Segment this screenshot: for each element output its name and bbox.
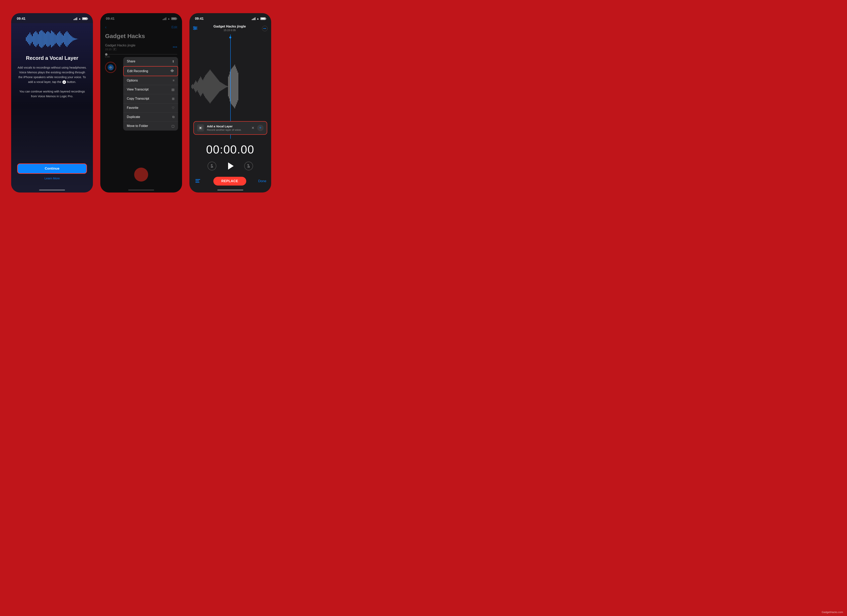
status-icons-3: ▲ (252, 17, 266, 20)
toast-close-button[interactable]: ✕ (251, 126, 254, 130)
toast-text-content: Add a Vocal Layer Record another layer o… (207, 125, 249, 131)
track-title-container: Gadget Hacks jingle 15:15 0:35 (213, 24, 246, 33)
phone1-content: Record a Vocal Layer Add vocals to recor… (11, 23, 93, 188)
recording-timer: 00:00.00 (189, 139, 271, 158)
signal-icon-1 (74, 17, 77, 20)
svg-rect-23 (195, 182, 199, 183)
svg-rect-8 (170, 70, 171, 71)
skip-back-button[interactable]: ↺15 (208, 162, 216, 170)
phone1-bottom-actions: Continue Learn More (11, 164, 93, 188)
context-share[interactable]: Share ⬆ (123, 57, 178, 66)
svg-rect-10 (172, 69, 173, 72)
svg-point-16 (193, 26, 195, 28)
home-indicator-3 (217, 190, 243, 190)
replace-button-label: REPLACE (221, 179, 238, 183)
battery-icon-3 (260, 17, 266, 20)
phone3-playback-controls: ↺15 ↻15 (189, 158, 271, 175)
phone-1: 09:41 ▲ (11, 13, 93, 193)
phone1-description2: You can continue working with layered re… (11, 89, 93, 99)
svg-point-18 (194, 29, 195, 30)
continue-button[interactable]: Continue (17, 164, 87, 174)
playhead-dot (229, 37, 231, 38)
signal-icon-3 (252, 17, 255, 20)
phone-3: 09:41 ▲ (189, 13, 271, 193)
track-title: Gadget Hacks jingle (213, 24, 246, 29)
track-times: 15:15 0:35 (213, 29, 246, 32)
transcript-small-button[interactable] (194, 178, 201, 185)
svg-point-17 (195, 28, 196, 29)
home-indicator-1 (39, 190, 65, 190)
context-duplicate[interactable]: Duplicate ⧉ (123, 113, 178, 122)
time-3: 09:41 (195, 17, 204, 21)
phone1-description: Add vocals to recordings without using h… (11, 65, 93, 84)
status-bar-1: 09:41 ▲ (11, 13, 93, 23)
play-button[interactable] (224, 160, 236, 172)
waveform-visualization (18, 29, 86, 49)
vocal-layer-title: Record a Vocal Layer (26, 55, 78, 61)
play-triangle-icon (228, 162, 234, 169)
context-move-to-folder[interactable]: Move to Folder ▢ (123, 122, 178, 131)
replace-button[interactable]: REPLACE (213, 177, 246, 186)
wifi-icon-3: ▲ (257, 17, 259, 20)
battery-icon-1 (82, 17, 87, 20)
svg-rect-11 (173, 70, 173, 72)
toast-add-button[interactable]: + (257, 125, 264, 131)
context-menu: Share ⬆ Edit Recording Options ≡ (123, 57, 178, 131)
context-edit-recording[interactable]: Edit Recording (123, 66, 178, 76)
time-1: 09:41 (17, 17, 25, 21)
done-button[interactable]: Done (258, 179, 266, 183)
context-favorite[interactable]: Favorite ♡ (123, 103, 178, 113)
status-icons-1: ▲ (74, 17, 87, 20)
learn-more-link[interactable]: Learn More (44, 177, 60, 180)
svg-rect-12 (173, 70, 174, 71)
svg-rect-21 (195, 179, 200, 180)
phone-2: 09:41 ▲ ‹ Edit Gadget Hacks Gadge (100, 13, 182, 193)
skip-forward-button[interactable]: ↻15 (244, 162, 253, 170)
svg-rect-9 (171, 70, 172, 72)
more-options-button[interactable]: ••• (262, 26, 267, 31)
vocal-layer-toast: Add a Vocal Layer Record another layer o… (193, 121, 267, 135)
context-view-transcript[interactable]: View Transcript ▤ (123, 85, 178, 94)
add-inline-icon: + (62, 80, 66, 84)
toast-subtitle: Record another layer of voice. (207, 128, 249, 131)
toast-title: Add a Vocal Layer (207, 125, 249, 128)
continue-button-label: Continue (45, 167, 60, 171)
svg-rect-22 (195, 181, 199, 181)
phone3-content: Gadget Hacks jingle 15:15 0:35 ••• (189, 23, 271, 188)
context-copy-transcript[interactable]: Copy Transcript ⊞ (123, 94, 178, 103)
filter-icon[interactable] (193, 26, 198, 31)
status-bar-3: 09:41 ▲ (189, 13, 271, 23)
waveform-editor[interactable]: Add a Vocal Layer Record another layer o… (189, 34, 271, 139)
toast-logo-icon (197, 124, 204, 131)
context-options[interactable]: Options ≡ (123, 76, 178, 85)
wifi-icon-1: ▲ (78, 17, 81, 20)
main-container: 09:41 ▲ (4, 4, 278, 201)
phone3-bottom-bar: REPLACE Done (189, 175, 271, 188)
phone3-top-bar: Gadget Hacks jingle 15:15 0:35 ••• (189, 23, 271, 34)
